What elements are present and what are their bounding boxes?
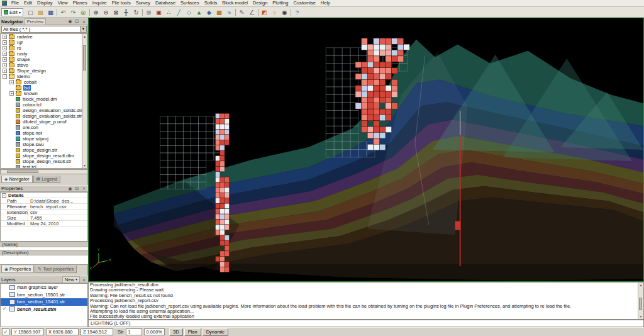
- scroll-down-icon[interactable]: ▼: [82, 164, 87, 167]
- pin-icon[interactable]: ◉: [67, 19, 73, 24]
- details-group-row[interactable]: - Details: [1, 193, 87, 198]
- tree-item[interactable]: stope_design_result.dtm: [1, 153, 82, 159]
- y-coordinate-field[interactable]: Y 15569.907: [11, 328, 44, 335]
- layer-item-bench-result[interactable]: ✓ bench_result.dtm: [1, 306, 87, 313]
- tab-properties[interactable]: ◉ Properties: [1, 266, 34, 273]
- expand-toggle-icon[interactable]: +: [3, 35, 7, 39]
- file-filter-dropdown[interactable]: All files ( *.* ) ▼: [1, 26, 87, 33]
- menu-file-tools[interactable]: File tools: [109, 0, 133, 6]
- tree-item[interactable]: + shape: [1, 57, 82, 62]
- help-icon[interactable]: ?: [292, 8, 302, 17]
- string-number-input[interactable]: 1: [126, 328, 142, 335]
- zoom-extents-icon[interactable]: ⊠: [111, 8, 121, 17]
- menu-planes[interactable]: Planes: [70, 0, 90, 6]
- tree-item[interactable]: lsd: [1, 85, 82, 91]
- tree-item[interactable]: + ro: [1, 45, 82, 51]
- menu-solids[interactable]: Solids: [202, 0, 219, 6]
- toolbar-separator[interactable]: [235, 8, 236, 16]
- tree-horizontal-scrollbar[interactable]: [0, 169, 88, 174]
- chevron-down-icon[interactable]: ▼: [80, 26, 86, 32]
- tree-item[interactable]: + stevo: [1, 62, 82, 68]
- tab-tool-properties[interactable]: ✎ Tool properties: [35, 266, 77, 273]
- toolbar-separator[interactable]: [257, 8, 259, 16]
- open-folder-icon[interactable]: ▤: [36, 8, 45, 17]
- pan-icon[interactable]: ╋: [121, 8, 131, 17]
- zoom-in-icon[interactable]: ⊕: [91, 8, 101, 17]
- expand-toggle-icon[interactable]: [9, 86, 14, 90]
- tree-item[interactable]: + rusty: [1, 51, 82, 57]
- scroll-down-icon[interactable]: ▼: [638, 315, 643, 318]
- layers-icon[interactable]: ▣: [154, 8, 164, 17]
- expand-toggle-icon[interactable]: [9, 154, 14, 158]
- menu-help[interactable]: Help: [318, 0, 333, 6]
- scroll-up-icon[interactable]: ▲: [638, 283, 643, 287]
- menu-design[interactable]: Design: [250, 0, 270, 6]
- scrollbar-thumb[interactable]: [83, 45, 86, 70]
- close-icon[interactable]: ×: [81, 186, 87, 191]
- menu-plotting[interactable]: Plotting: [270, 0, 291, 6]
- grid-icon[interactable]: ⊞: [144, 8, 153, 17]
- light-icon[interactable]: ☼: [270, 8, 279, 17]
- tree-item[interactable]: + cobalt: [1, 79, 82, 85]
- z-coordinate-field[interactable]: Z 1548.512: [80, 328, 113, 335]
- expand-toggle-icon[interactable]: [9, 159, 14, 164]
- expand-toggle-icon[interactable]: [9, 108, 14, 113]
- toolbar-separator[interactable]: [56, 8, 58, 16]
- pencil-icon[interactable]: ✎: [237, 8, 247, 17]
- expand-toggle-icon[interactable]: [9, 120, 14, 124]
- expand-toggle-icon[interactable]: +: [9, 91, 14, 96]
- expand-toggle-icon[interactable]: +: [9, 80, 14, 84]
- tree-item[interactable]: stope_design.str: [1, 147, 82, 153]
- plan-view-button[interactable]: Plan: [184, 328, 201, 336]
- menu-surfaces[interactable]: Surfaces: [178, 0, 202, 6]
- new-file-icon[interactable]: ▢: [26, 8, 35, 17]
- undo-icon[interactable]: ↶: [58, 8, 68, 17]
- tree-item[interactable]: design_evaluation_solids.dtm: [1, 108, 82, 113]
- edit-layer-dropdown[interactable]: Edit ▾: [1, 8, 23, 16]
- menu-display[interactable]: Display: [35, 0, 55, 6]
- tree-item[interactable]: + radwire: [1, 34, 82, 40]
- menu-view[interactable]: View: [55, 0, 70, 6]
- mode-3d-button[interactable]: 3D: [169, 328, 183, 336]
- tree-item[interactable]: test.tcl: [1, 164, 82, 169]
- expand-toggle-icon[interactable]: [9, 142, 14, 147]
- expand-toggle-icon[interactable]: +: [3, 63, 7, 67]
- toolbar-separator[interactable]: [89, 8, 91, 16]
- expand-toggle-icon[interactable]: [9, 131, 14, 135]
- point-icon[interactable]: ∴: [164, 8, 174, 17]
- layer-item-brm-section-15501[interactable]: brm_section_15501.str: [1, 291, 87, 299]
- measure-icon[interactable]: ∠: [247, 8, 257, 17]
- float-icon[interactable]: ⊡: [74, 186, 80, 191]
- expand-toggle-icon[interactable]: [9, 148, 14, 152]
- tab-navigator[interactable]: ◈ Navigator: [1, 176, 33, 183]
- new-layer-button[interactable]: New ▾: [62, 276, 80, 283]
- expand-toggle-icon[interactable]: [9, 137, 14, 141]
- expand-toggle-icon[interactable]: [9, 114, 14, 118]
- expand-toggle-icon[interactable]: +: [3, 69, 7, 73]
- preview-button[interactable]: Preview: [25, 18, 47, 25]
- tree-item[interactable]: stope.sdproj: [1, 136, 82, 142]
- expand-toggle-icon[interactable]: +: [3, 46, 7, 50]
- scrollbar-thumb[interactable]: [639, 298, 642, 310]
- tree-item[interactable]: + known: [1, 91, 82, 96]
- rotate-view-icon[interactable]: ↻: [131, 8, 141, 17]
- expand-toggle-icon[interactable]: -: [3, 74, 7, 79]
- layer-item-main-graphics[interactable]: main graphics layer: [1, 284, 87, 291]
- menu-database[interactable]: Database: [153, 0, 178, 6]
- tree-item[interactable]: + Stope_design: [1, 68, 82, 74]
- scrollbar-thumb[interactable]: [7, 171, 38, 173]
- tree-item[interactable]: stope.not: [1, 130, 82, 136]
- camera-icon[interactable]: ◉: [280, 8, 289, 17]
- layer-item-brm-section-15401[interactable]: brm_section_15401.str: [1, 298, 87, 306]
- expand-toggle-icon[interactable]: [9, 165, 14, 169]
- expand-toggle-icon[interactable]: +: [3, 40, 7, 45]
- menu-file[interactable]: File: [9, 0, 21, 6]
- tree-item[interactable]: block_model.dm: [1, 96, 82, 102]
- expand-toggle-icon[interactable]: +: [3, 57, 7, 62]
- tree-item[interactable]: stope_design_result.str: [1, 159, 82, 164]
- tree-item[interactable]: stope.swu: [1, 142, 82, 147]
- expand-toggle-icon[interactable]: +: [3, 52, 7, 56]
- menu-inquire[interactable]: Inquire: [90, 0, 109, 6]
- expand-toggle-icon[interactable]: [9, 97, 14, 101]
- tree-vertical-scrollbar[interactable]: ▲ ▼: [82, 33, 87, 169]
